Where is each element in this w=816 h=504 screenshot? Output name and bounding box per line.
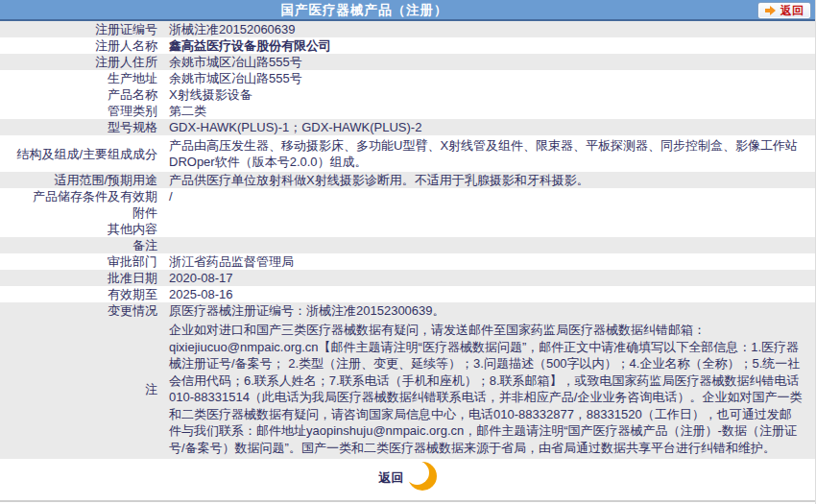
table-row: 批准日期 2020-08-17 — [0, 270, 815, 286]
row-label: 有效期至 — [0, 286, 163, 302]
row-label: 生产地址 — [0, 70, 163, 86]
row-label: 适用范围/预期用途 — [0, 172, 163, 188]
table-row: 注册人名称 鑫高益医疗设备股份有限公司 — [0, 37, 815, 54]
title-bar: 国产医疗器械产品（注册） 返回 — [0, 0, 815, 21]
return-circle-icon — [408, 462, 437, 491]
table-row: 结构及组成/主要组成成分 产品由高压发生器、移动摄影床、多功能U型臂、X射线管及… — [0, 135, 815, 172]
row-value: X射线摄影设备 — [163, 86, 815, 103]
table-row: 生产地址 余姚市城区冶山路555号 — [0, 70, 815, 86]
row-label: 审批部门 — [0, 253, 163, 270]
row-value: 余姚市城区冶山路555号 — [163, 70, 815, 86]
row-label: 产品名称 — [0, 86, 163, 103]
table-row: 管理类别 第二类 — [0, 103, 815, 119]
row-label: 结构及组成/主要组成成分 — [0, 146, 163, 162]
row-value: 原医疗器械注册证编号：浙械注准20152300639。 — [163, 302, 815, 319]
row-value: 2025-08-16 — [163, 286, 815, 302]
table-row: 附件 — [0, 204, 815, 221]
return-button[interactable]: 返回 — [379, 462, 437, 491]
bottom-divider — [0, 500, 815, 502]
row-label: 注 — [0, 381, 163, 397]
table-row-note: 注 企业如对进口和国产三类医疗器械数据有疑问，请发送邮件至国家药监局医疗器械数据… — [0, 319, 815, 459]
row-value: 余姚市城区冶山路555号 — [163, 54, 815, 70]
row-value: 浙械注准20152060639 — [163, 21, 815, 37]
table-row: 适用范围/预期用途 产品供医疗单位放射科做X射线摄影诊断用。不适用于乳腺摄影和牙… — [0, 172, 815, 188]
back-button[interactable]: 返回 — [757, 2, 811, 19]
row-value: 产品由高压发生器、移动摄影床、多功能U型臂、X射线管及组件、限束器、平板探测器、… — [163, 135, 815, 172]
row-value: 2020-08-17 — [163, 270, 815, 286]
row-label: 注册人住所 — [0, 54, 163, 70]
back-arrow-icon — [765, 6, 776, 15]
page-title: 国产医疗器械产品（注册） — [0, 0, 815, 20]
table-row: 变更情况 原医疗器械注册证编号：浙械注准20152300639。 — [0, 302, 815, 319]
registration-table: 注册证编号 浙械注准20152060639 注册人名称 鑫高益医疗设备股份有限公… — [0, 21, 815, 459]
table-row: 产品储存条件及有效期 / — [0, 188, 815, 204]
table-row: 备注 — [0, 237, 815, 253]
row-label: 附件 — [0, 204, 163, 221]
row-value: 产品供医疗单位放射科做X射线摄影诊断用。不适用于乳腺摄影和牙科摄影。 — [163, 172, 815, 188]
row-label: 管理类别 — [0, 103, 163, 119]
row-label: 其他内容 — [0, 221, 163, 237]
row-value: 鑫高益医疗设备股份有限公司 — [163, 37, 815, 54]
row-label: 备注 — [0, 237, 163, 253]
row-label: 产品储存条件及有效期 — [0, 188, 163, 204]
row-label: 型号规格 — [0, 119, 163, 135]
row-label: 注册人名称 — [0, 37, 163, 54]
table-row: 有效期至 2025-08-16 — [0, 286, 815, 302]
table-row: 审批部门 浙江省药品监督管理局 — [0, 253, 815, 270]
row-value: 浙江省药品监督管理局 — [163, 253, 815, 270]
page: 国产医疗器械产品（注册） 返回 注册证编号 浙械注准20152060639 注册… — [0, 0, 816, 504]
table-row: 注册证编号 浙械注准20152060639 — [0, 21, 815, 37]
back-button-label: 返回 — [780, 4, 804, 17]
row-value: GDX-HAWK(PLUS)-1；GDX-HAWK(PLUS)-2 — [163, 119, 815, 135]
row-value: 企业如对进口和国产三类医疗器械数据有疑问，请发送邮件至国家药监局医疗器械数据纠错… — [163, 319, 815, 459]
return-button-label: 返回 — [379, 469, 404, 487]
table-row: 注册人住所 余姚市城区冶山路555号 — [0, 54, 815, 70]
table-row: 其他内容 — [0, 221, 815, 237]
row-label: 批准日期 — [0, 270, 163, 286]
row-label: 注册证编号 — [0, 21, 163, 37]
footer: 返回 — [0, 462, 815, 494]
table-row: 产品名称 X射线摄影设备 — [0, 86, 815, 103]
row-value: / — [163, 188, 815, 204]
row-label: 变更情况 — [0, 302, 163, 319]
table-row: 型号规格 GDX-HAWK(PLUS)-1；GDX-HAWK(PLUS)-2 — [0, 119, 815, 135]
row-value: 第二类 — [163, 103, 815, 119]
